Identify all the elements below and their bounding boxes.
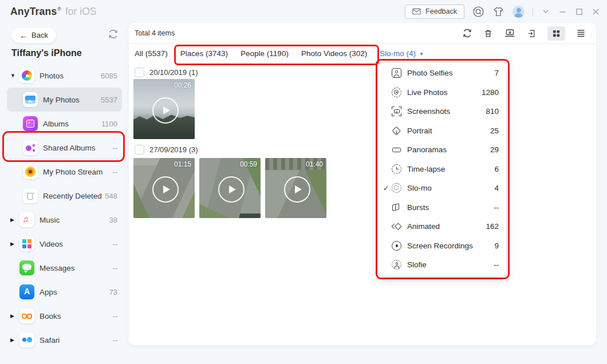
sidebar-item[interactable]: Videos -- (7, 232, 122, 256)
grid-view-button[interactable] (547, 26, 565, 41)
media-type-dropdown-label: Slo-mo (4) (380, 49, 416, 58)
photo-selfies-icon (392, 68, 401, 78)
sidebar-item[interactable]: Safari -- (7, 328, 122, 352)
refresh-button[interactable] (462, 28, 472, 38)
media-type-menu-item[interactable]: ✓ Photo Selfies 7 (379, 64, 506, 83)
app-window: AnyTrans® for iOS Feedback (0, 0, 607, 364)
portrait-icon (392, 126, 401, 136)
sidebar-item[interactable]: Recently Deleted 548 (7, 184, 122, 208)
app-logo: AnyTrans® for iOS (10, 0, 96, 23)
expand-arrow-icon[interactable] (10, 73, 19, 78)
play-icon[interactable] (218, 176, 245, 203)
filter-tab[interactable]: People (1190) (241, 49, 289, 58)
filter-tab[interactable]: Places (3743) (180, 49, 228, 58)
albums-icon (23, 116, 38, 131)
sidebar-item[interactable]: My Photos 5537 (7, 88, 122, 112)
chevron-down-icon[interactable] (541, 7, 550, 16)
device-name: Tiffany's iPhone (11, 48, 82, 58)
my-photos-icon (23, 92, 38, 107)
sidebar-item-label: Shared Albums (43, 144, 96, 152)
menu-item-label: Slo-mo (407, 184, 494, 192)
books-icon (19, 308, 34, 323)
sidebar-item[interactable]: Albums 1100 (7, 112, 122, 136)
sidebar-item-count: -- (112, 168, 122, 176)
media-type-menu-item[interactable]: ✓ Screenshots 810 (379, 102, 506, 121)
group-checkbox[interactable] (135, 68, 144, 77)
play-icon[interactable] (284, 176, 310, 203)
export-to-computer-button[interactable] (504, 28, 516, 38)
menu-item-label: Live Photos (407, 88, 482, 97)
menu-item-label: Portrait (407, 126, 490, 135)
media-type-menu-item[interactable]: ✓ Bursts -- (379, 198, 506, 217)
feedback-button[interactable]: Feedback (405, 5, 464, 19)
media-type-menu-item[interactable]: ✓ Time-lapse 6 (379, 160, 506, 179)
video-thumbnail[interactable]: 00:59 (199, 158, 261, 218)
expand-arrow-icon[interactable] (10, 313, 19, 319)
sidebar-item[interactable]: Apps 73 (7, 280, 122, 304)
sidebar-item-label: Apps (40, 288, 57, 296)
media-type-menu-item[interactable]: ✓ Portrait 25 (379, 121, 506, 141)
filter-tab[interactable]: All (5537) (135, 49, 168, 58)
send-to-device-button[interactable] (527, 29, 537, 38)
registered-mark-icon: ® (57, 6, 61, 12)
menu-item-count: -- (494, 260, 499, 269)
filter-bar: All (5537) Places (3743) People (1190) P… (129, 44, 596, 63)
media-type-menu-item[interactable]: ✓ Slo-mo 4 (379, 179, 506, 198)
media-type-menu-item[interactable]: ✓ Screen Recordings 9 (379, 236, 506, 256)
back-button[interactable]: ← Back (11, 27, 56, 43)
sidebar-item-count: -- (112, 336, 122, 345)
sidebar-item[interactable]: My Photo Stream -- (7, 160, 122, 184)
menu-item-label: Photo Selfies (407, 69, 494, 77)
expand-arrow-icon[interactable] (10, 337, 19, 343)
video-thumbnail[interactable]: 01:40 (265, 158, 326, 218)
envelope-icon (412, 8, 421, 15)
group-checkbox[interactable] (135, 145, 144, 155)
sidebar-item[interactable]: Shared Albums -- (7, 136, 122, 160)
sidebar-item-count: 1100 (101, 120, 122, 128)
minimize-button[interactable] (558, 7, 567, 16)
sidebar: ← Back Tiffany's iPhone Photos 6085 My P… (0, 23, 129, 364)
sidebar-item-count: 5537 (101, 96, 122, 104)
theme-icon[interactable] (492, 6, 504, 17)
menu-item-label: Animated (407, 222, 486, 231)
sidebar-refresh-button[interactable] (108, 29, 119, 42)
menu-item-label: Screenshots (407, 107, 486, 116)
media-type-menu-item[interactable]: ✓ Panoramas 29 (379, 140, 506, 160)
live-photos-icon (392, 88, 401, 97)
caret-down-icon: ▼ (419, 52, 424, 57)
sidebar-item[interactable]: Music 38 (7, 208, 122, 232)
maximize-button[interactable] (575, 7, 584, 16)
sidebar-item-count: 548 (105, 192, 122, 200)
media-type-menu-item[interactable]: ✓ Animated 162 (379, 217, 506, 236)
close-button[interactable] (592, 7, 600, 16)
app-title-suffix: for iOS (65, 6, 96, 18)
expand-arrow-icon[interactable] (10, 217, 19, 223)
video-thumbnail[interactable]: 01:15 (133, 158, 195, 218)
date-group-header: 27/09/2019 (3) (135, 144, 198, 155)
support-icon[interactable] (472, 6, 484, 18)
media-type-menu-item[interactable]: ✓ Slofie -- (379, 255, 506, 275)
sidebar-item[interactable]: Messages -- (7, 256, 122, 280)
total-items-label: Total 4 items (135, 23, 175, 43)
screenshots-icon (392, 106, 401, 116)
content-panel: Total 4 items (129, 23, 596, 345)
back-label: Back (31, 31, 48, 39)
photos-icon (19, 68, 34, 83)
filter-tab[interactable]: Photo Videos (302) (301, 49, 367, 58)
expand-arrow-icon[interactable] (10, 241, 19, 247)
play-icon[interactable] (152, 176, 179, 203)
apps-icon (19, 284, 34, 299)
sidebar-item[interactable]: Photos 6085 (7, 64, 122, 88)
slofie-icon (392, 260, 401, 270)
play-icon[interactable] (152, 97, 179, 124)
list-view-button[interactable] (576, 29, 586, 38)
app-title: AnyTrans (10, 6, 57, 18)
avatar[interactable] (513, 6, 525, 18)
video-thumbnail[interactable]: 00:26 (133, 79, 195, 139)
music-icon (19, 212, 34, 227)
media-type-menu-item[interactable]: ✓ Live Photos 1280 (379, 83, 506, 102)
delete-button[interactable] (483, 29, 493, 38)
menu-item-count: 810 (486, 107, 499, 116)
sidebar-item[interactable]: Books -- (7, 304, 122, 328)
menu-item-count: 29 (490, 145, 499, 154)
